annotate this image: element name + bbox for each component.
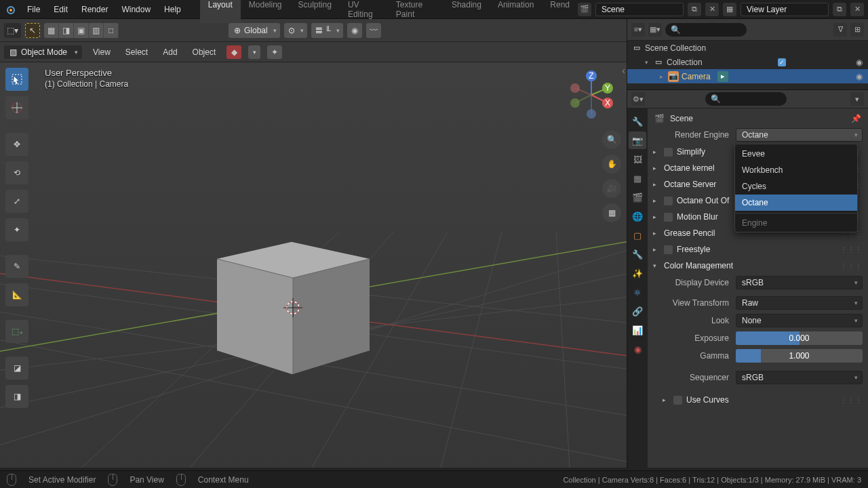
select-tool-cursor[interactable]: ↖ (25, 23, 40, 38)
snap-dropdown[interactable]: 𝌆 ╙ (311, 23, 343, 38)
scene-new-icon[interactable]: ⧉ (688, 3, 701, 16)
camera-view-icon[interactable]: 🎥 (602, 179, 621, 198)
mode-dropdown[interactable]: ▧Object Mode (4, 45, 82, 59)
layer-browse-icon[interactable]: ▦ (723, 3, 736, 16)
display-device-dropdown[interactable]: sRGB (736, 276, 863, 289)
outliner-new-collection-icon[interactable]: ⊞ (850, 23, 864, 37)
tab-shading[interactable]: Shading (443, 0, 490, 23)
scale-tool[interactable]: ⤢ (5, 190, 28, 213)
3d-viewport[interactable]: User Perspective (1) Collection | Camera… (0, 62, 627, 468)
collection-enable-checkbox[interactable]: ✓ (778, 58, 786, 66)
editor-type-props-icon[interactable]: ⚙▾ (631, 92, 645, 106)
menu-help[interactable]: Help (159, 2, 186, 17)
tool-settings-icon[interactable]: ◆ (226, 45, 241, 59)
menu-view[interactable]: View (89, 45, 115, 59)
proportional-edit-toggle[interactable]: ◉ (347, 23, 362, 38)
exposure-slider[interactable]: 0.000 (736, 331, 863, 345)
tab-material-icon[interactable]: ◉ (629, 340, 646, 358)
select-intersect-icon[interactable]: ▥ (89, 23, 104, 38)
tab-texture-paint[interactable]: Texture Paint (388, 0, 443, 23)
render-engine-dropdown[interactable]: Octane (736, 128, 863, 142)
tab-sculpting[interactable]: Sculpting (290, 0, 340, 23)
move-tool[interactable]: ✥ (5, 133, 28, 156)
cursor-tool[interactable] (5, 96, 28, 119)
nav-gizmo[interactable]: Z Y X (566, 69, 617, 121)
view-transform-dropdown[interactable]: Raw (736, 296, 863, 310)
visibility-eye-icon[interactable]: ◉ (856, 72, 863, 81)
pan-icon[interactable]: ✋ (602, 155, 621, 174)
gamma-slider[interactable]: 1.000 (736, 349, 863, 363)
zoom-icon[interactable]: 🔍 (602, 130, 621, 149)
display-mode-icon[interactable]: ▦▾ (648, 23, 662, 37)
disclosure-triangle-icon[interactable]: ▸ (657, 73, 665, 80)
sequencer-dropdown[interactable]: sRGB (736, 371, 863, 384)
menu-window[interactable]: Window (116, 2, 156, 17)
outliner-item-camera[interactable]: ▸ 📷 Camera ▸ ◉ (627, 69, 868, 83)
select-subtract-icon[interactable]: □ (104, 23, 119, 38)
engine-option-cycles[interactable]: Cycles (735, 178, 857, 195)
engine-option-octane[interactable]: Octane (735, 195, 857, 211)
engine-option-workbench[interactable]: Workbench (735, 162, 857, 178)
perspective-toggle-icon[interactable]: ▦ (602, 203, 621, 222)
menu-add[interactable]: Add (159, 45, 181, 59)
tab-scene-icon[interactable]: 🎬 (629, 188, 646, 206)
tab-modifier-icon[interactable]: 🔧 (629, 245, 646, 263)
outliner-tree[interactable]: ▭ Scene Collection ▾ ▭ Collection ✓ ◉ ▸ … (627, 41, 868, 89)
scene-delete-icon[interactable]: ✕ (705, 3, 719, 16)
panel-use-curves[interactable]: ▸Use Curves⋮⋮⋮ (648, 392, 868, 408)
menu-object[interactable]: Object (189, 45, 220, 59)
tab-output-icon[interactable]: 🖼 (629, 150, 646, 168)
select-invert-icon[interactable]: ◨ (59, 23, 74, 38)
measure-tool[interactable]: 📐 (5, 283, 28, 306)
tab-animation[interactable]: Animation (490, 0, 542, 23)
menu-edit[interactable]: Edit (48, 2, 73, 17)
orientation-icon[interactable]: ✦ (267, 45, 282, 59)
tab-world-icon[interactable]: 🌐 (629, 207, 646, 225)
panel-color-management[interactable]: ▾Color Management⋮⋮⋮ (648, 258, 868, 274)
scene-name-field[interactable]: Scene (595, 3, 684, 16)
menu-file[interactable]: File (22, 2, 45, 17)
editor-type-dropdown[interactable]: ⬚▾ (4, 23, 21, 38)
outliner-search-input[interactable]: 🔍 (665, 23, 747, 37)
tab-tool-icon[interactable]: 🔧 (629, 113, 646, 130)
outliner-scene-collection[interactable]: ▭ Scene Collection (627, 41, 868, 55)
transform-orientation-dropdown[interactable]: ⊕Global (229, 23, 280, 38)
tool-dropdown-icon[interactable]: ▾ (248, 45, 260, 59)
tab-render-icon[interactable]: 📷 (629, 131, 646, 149)
scene-browse-icon[interactable]: 🎬 (578, 3, 591, 16)
menu-render[interactable]: Render (76, 2, 113, 17)
disclosure-triangle-icon[interactable]: ▾ (642, 59, 650, 66)
select-box-tool[interactable] (5, 68, 28, 91)
pivot-point-dropdown[interactable]: ⊙ (284, 23, 307, 38)
extra-tool-1[interactable]: ◪ (5, 357, 28, 380)
properties-search-input[interactable]: 🔍 (705, 92, 787, 106)
rotate-tool[interactable]: ⟲ (5, 161, 28, 184)
tab-uv-editing[interactable]: UV Editing (340, 0, 388, 23)
tab-viewlayer-icon[interactable]: ▦ (629, 169, 646, 187)
tab-modeling[interactable]: Modeling (241, 0, 290, 23)
tab-constraints-icon[interactable]: 🔗 (629, 302, 646, 320)
tab-object-icon[interactable]: ▢ (629, 226, 646, 244)
engine-option-eevee[interactable]: Eevee (735, 146, 857, 162)
select-extend-icon[interactable]: ▣ (74, 23, 89, 38)
visibility-eye-icon[interactable]: ◉ (856, 58, 863, 67)
transform-tool[interactable]: ✦ (5, 218, 28, 241)
layer-new-icon[interactable]: ⧉ (833, 3, 846, 16)
editor-type-outliner-icon[interactable]: ≡▾ (631, 23, 645, 37)
tab-data-icon[interactable]: 📊 (629, 321, 646, 339)
annotate-tool[interactable]: ✎ (5, 255, 28, 278)
menu-select[interactable]: Select (121, 45, 152, 59)
panel-freestyle[interactable]: ▸Freestyle⋮⋮⋮ (648, 241, 868, 258)
pin-icon[interactable]: 📌 (851, 114, 861, 123)
proportional-falloff-dropdown[interactable]: 〰 (366, 23, 381, 38)
sidebar-toggle-icon[interactable]: ‹ (622, 65, 625, 76)
tab-layout[interactable]: Layout (200, 0, 241, 23)
tab-particles-icon[interactable]: ✨ (629, 264, 646, 282)
extra-tool-2[interactable]: ◨ (5, 385, 28, 408)
outliner-collection[interactable]: ▾ ▭ Collection ✓ ◉ (627, 55, 868, 69)
properties-options-icon[interactable]: ▾ (850, 92, 864, 106)
tab-physics-icon[interactable]: ⚛ (629, 283, 646, 301)
add-cube-tool[interactable]: ⬚₊ (5, 320, 28, 343)
outliner-filter-icon[interactable]: ∇ (833, 23, 847, 37)
layer-delete-icon[interactable]: ✕ (850, 3, 864, 16)
